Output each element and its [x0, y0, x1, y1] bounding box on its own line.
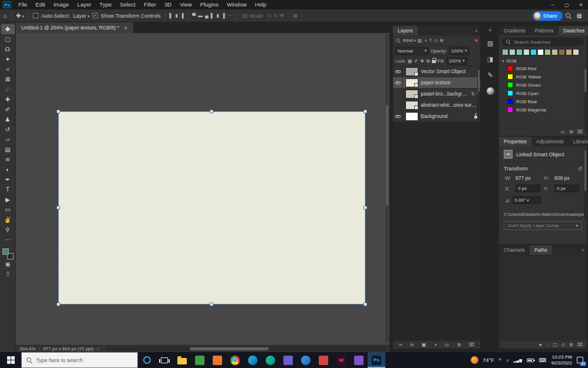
transform-handle[interactable] [364, 110, 367, 113]
align-icon[interactable]: ▐ [180, 13, 184, 18]
edit-toolbar-icon[interactable]: ⋯ [1, 235, 15, 245]
menu-plugins[interactable]: Plugins [196, 0, 223, 9]
recent-swatch[interactable] [559, 49, 565, 55]
dodge-tool[interactable]: ◐ [1, 165, 15, 175]
recent-swatch[interactable] [537, 49, 544, 55]
path-selection-tool[interactable]: ▶ [1, 195, 15, 205]
action-center-button[interactable]: 40 [577, 357, 583, 363]
share-button[interactable]: Share [533, 11, 563, 21]
transform-handle[interactable] [364, 303, 367, 306]
new-path-icon[interactable]: ⊞ [569, 343, 573, 347]
gradient-tool[interactable]: ▤ [1, 144, 15, 155]
weather-temperature[interactable]: 74°F [483, 357, 494, 363]
healing-brush-tool[interactable]: ✚ [1, 94, 15, 104]
brush-tool[interactable]: ✐ [1, 104, 15, 114]
taskbar-file-explorer[interactable] [173, 352, 191, 368]
reset-transform-icon[interactable]: ↺ [577, 166, 582, 172]
transform-handle[interactable] [57, 303, 60, 306]
taskbar-clock[interactable]: 10:23 PM 9/23/2022 [551, 354, 572, 366]
workspace-switcher-icon[interactable]: ▦ [577, 12, 582, 19]
menu-view[interactable]: View [176, 0, 196, 9]
screen-mode-icon[interactable]: ▯ [1, 269, 15, 278]
layer-visibility-icon[interactable] [393, 77, 403, 88]
lock-option-icon[interactable]: ▦ [408, 58, 412, 64]
filter-toggle-icon[interactable] [475, 39, 478, 42]
layer-filter-icon[interactable]: ⊞ [440, 38, 444, 43]
frame-tool[interactable]: ⊠ [1, 74, 15, 84]
angle-field[interactable]: 0.00° [513, 196, 541, 204]
transform-handle[interactable] [210, 110, 213, 113]
wifi-icon[interactable]: ▂▄▆ [513, 358, 522, 362]
transform-handle[interactable] [57, 206, 60, 209]
layer-comp-button[interactable]: Don't Apply Layer Comp [504, 221, 582, 230]
cortana-button[interactable] [138, 352, 156, 368]
path-mask-icon[interactable]: ◇ [561, 343, 565, 347]
fill-dropdown[interactable]: 100% [447, 57, 467, 65]
height-value[interactable]: 609 px [554, 175, 581, 181]
layer-row[interactable]: abstract-whit...ures-surface [393, 100, 480, 111]
path-selection-icon[interactable]: ▢ [553, 343, 557, 347]
more-options-icon[interactable]: ⋯ [227, 13, 232, 18]
3d-mode-icon[interactable]: ▦ [293, 13, 298, 18]
distribute-icon[interactable]: ▮ [216, 13, 219, 18]
show-transform-checkbox[interactable] [93, 13, 98, 18]
maximize-button[interactable]: ▢ [560, 0, 574, 9]
delete-path-icon[interactable]: ⌧ [577, 343, 583, 347]
task-view-button[interactable] [156, 352, 173, 368]
taskbar-app-violet[interactable] [350, 352, 368, 368]
lasso-tool[interactable]: ☊ [1, 44, 15, 54]
taskbar-app-red[interactable] [315, 352, 332, 368]
adjustment-layer-icon[interactable]: ◑ [434, 343, 437, 347]
recent-swatch[interactable] [566, 49, 572, 55]
taskbar-app-purple[interactable] [279, 352, 297, 368]
swatch-row[interactable]: RGB Magenta [502, 106, 584, 114]
menu-image[interactable]: Image [49, 0, 73, 9]
taskbar-app-green[interactable] [191, 352, 209, 368]
layer-row[interactable]: Vector Smart Object [393, 66, 480, 77]
eraser-tool[interactable]: ▱ [1, 134, 15, 144]
rectangle-tool[interactable]: ▭ [1, 205, 15, 215]
zoom-tool[interactable]: ⚲ [1, 225, 15, 235]
distribute-icon[interactable]: ▬ [198, 13, 203, 18]
minimize-button[interactable]: ─ [546, 0, 560, 9]
swatch-group-header[interactable]: ▾ RGB [502, 58, 584, 64]
layer-group-icon[interactable]: ▭ [445, 343, 450, 347]
menu-window[interactable]: Window [223, 0, 251, 9]
foreground-color[interactable] [2, 248, 9, 255]
menu-help[interactable]: Help [251, 0, 271, 9]
recent-swatch[interactable] [573, 49, 579, 55]
color-picker-widget[interactable] [2, 248, 14, 259]
width-value[interactable]: 977 px [516, 175, 542, 181]
swatch-row[interactable]: RGB Red [502, 64, 584, 73]
zoom-level[interactable]: 204.4% [19, 346, 35, 351]
tray-expand-icon[interactable]: ^ [499, 357, 501, 363]
taskbar-chrome[interactable] [226, 352, 244, 368]
3d-mode-icon[interactable]: ✥ [280, 13, 284, 18]
menu-type[interactable]: Type [95, 0, 116, 9]
type-tool[interactable]: T [1, 185, 15, 195]
panel-menu-icon[interactable]: ≡ [582, 245, 587, 255]
layer-row[interactable]: pastel-bro...background↻▾ [393, 88, 480, 100]
layer-thumbnail[interactable] [405, 67, 418, 76]
align-icon[interactable]: ▌ [170, 13, 173, 18]
swatch-row[interactable]: RGB Blue [502, 97, 584, 106]
taskbar-app-teal[interactable] [262, 352, 279, 368]
tab-swatches[interactable]: Swatches [559, 26, 588, 35]
lock-all-icon[interactable] [432, 60, 436, 63]
recent-swatch[interactable] [551, 49, 558, 55]
x-field[interactable]: 0 px [516, 185, 540, 192]
horizontal-scrollbar[interactable] [105, 347, 387, 351]
layer-row[interactable]: paper-texture [393, 77, 480, 88]
layer-name[interactable]: Background [421, 113, 473, 119]
layer-thumbnail[interactable] [405, 112, 418, 121]
taskbar-search-input[interactable]: Type here to search [21, 352, 138, 368]
taskbar-indesign[interactable]: Id [332, 352, 350, 368]
layer-filter-icon[interactable]: ▱ [434, 38, 438, 43]
distribute-icon[interactable]: ▀ [192, 13, 196, 18]
current-tool-preset[interactable]: ✥ [16, 12, 24, 19]
tab-channels[interactable]: Channels [499, 245, 530, 255]
vertical-scrollbar[interactable] [385, 34, 389, 343]
lock-option-icon[interactable]: ⊞ [427, 58, 430, 64]
object-selection-tool[interactable]: ✦ [1, 54, 15, 64]
properties-scrollbar[interactable] [584, 149, 586, 219]
